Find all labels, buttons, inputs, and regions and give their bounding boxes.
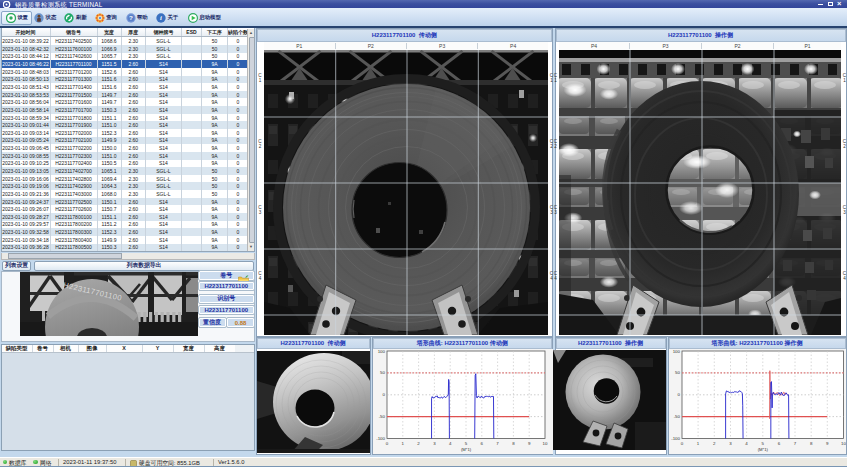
svg-text:100: 100: [377, 349, 385, 354]
svg-text:(M*1): (M*1): [460, 447, 471, 452]
svg-text:-100: -100: [671, 436, 680, 441]
svg-text:50: 50: [675, 370, 680, 375]
svg-text:-100: -100: [376, 436, 385, 441]
svg-text:10: 10: [841, 441, 846, 446]
svg-text:10: 10: [542, 441, 547, 446]
svg-text:i: i: [160, 14, 162, 21]
svg-text:-50: -50: [673, 414, 680, 419]
svg-text:?: ?: [129, 14, 133, 21]
svg-text:-50: -50: [378, 414, 385, 419]
svg-text:(M*1): (M*1): [757, 447, 768, 452]
svg-text:50: 50: [380, 370, 385, 375]
svg-text:100: 100: [672, 349, 680, 354]
